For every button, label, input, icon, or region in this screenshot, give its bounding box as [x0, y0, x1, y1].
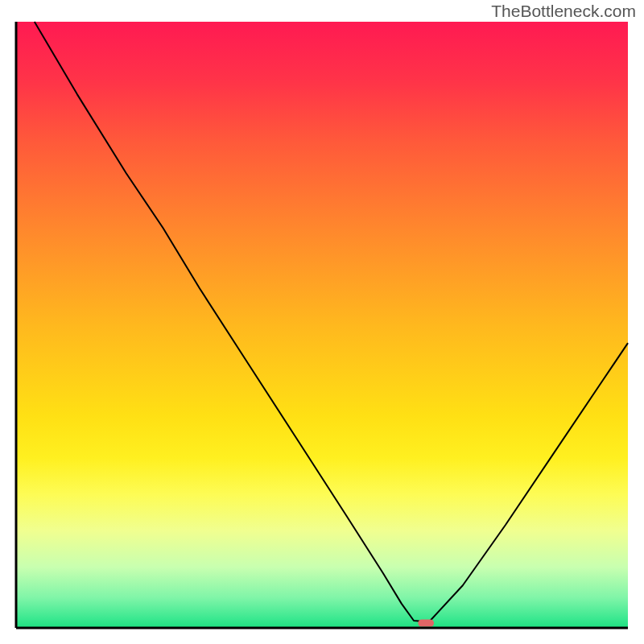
bottleneck-chart [0, 0, 644, 644]
watermark-text: TheBottleneck.com [491, 2, 636, 21]
gradient-background [16, 22, 628, 628]
chart-container: TheBottleneck.com [0, 0, 644, 644]
optimal-marker [418, 619, 434, 626]
